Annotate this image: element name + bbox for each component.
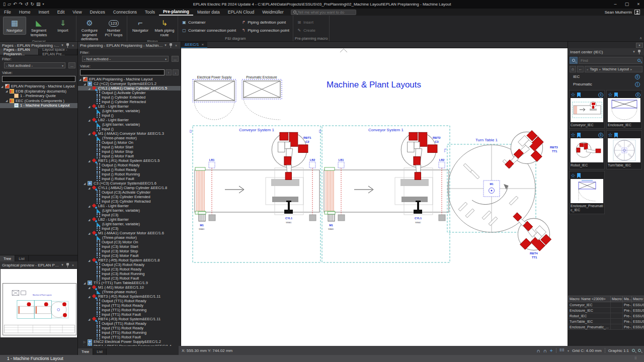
tree-item[interactable]: RBT1 (-R1) Robot System &EEC/1.5	[78, 158, 181, 163]
tree-item[interactable]: LB1 - Light Barrier	[78, 104, 181, 109]
tree-item[interactable]: Input () Robot Ready	[78, 167, 181, 172]
tree-item[interactable]: Output () Motor On	[78, 140, 181, 145]
close-panel-icon[interactable]: ×	[70, 44, 75, 47]
macro-col-header[interactable]: Macro:...	[611, 296, 623, 302]
tree-item[interactable]: (Light barrier, variable)	[78, 122, 181, 127]
pin-icon[interactable]	[66, 263, 69, 267]
tree-item[interactable]: Input () Motor Stop	[78, 149, 181, 154]
document-tab[interactable]: &EEC/1 ×	[181, 42, 207, 48]
object-snap-icon[interactable]: ∩	[536, 348, 540, 353]
tree-item[interactable]: M1 (-MAA1) Conveyor Motor &EEC/1.3	[78, 131, 181, 136]
bookmark-tag-icon[interactable]	[577, 93, 581, 98]
filter-combo[interactable]: - Not activated - ▾	[82, 56, 169, 62]
collapse-icon[interactable]	[88, 119, 92, 122]
favorite-star-icon[interactable]: ☆	[608, 92, 613, 98]
tree-item[interactable]: Input (TT1) Robot Running	[78, 308, 181, 312]
macro-col-header[interactable]: Macro: ...	[632, 296, 644, 302]
tree-item[interactable]: Input () Cylinder Retracted	[78, 100, 181, 104]
number-pct-loops-button[interactable]: Number PCT loops	[102, 17, 125, 39]
tree-item[interactable]: Input (C3) Motor Start	[78, 244, 181, 249]
filter-more-button[interactable]: ...	[172, 56, 179, 62]
navigator-button[interactable]: Navigator	[129, 17, 152, 35]
bookmark-tag-icon[interactable]	[614, 93, 618, 98]
collapse-icon[interactable]	[88, 87, 92, 90]
preview-page-thumbnail[interactable]: Machine & Plant Layouts	[3, 283, 76, 335]
tree-item[interactable]: Input () Motor Start	[78, 145, 181, 149]
insert-item-enclosure-pneumatic-iec[interactable]: ☆Enclosure_Pneumatic_IEC	[569, 171, 605, 214]
design-mode-icon[interactable]: ∩	[543, 348, 547, 353]
ribbon-tab-weidm-ller[interactable]: Weidmüller	[258, 9, 287, 16]
import-button[interactable]: Import	[51, 17, 74, 35]
macro-col-header[interactable]: Ma...	[623, 296, 632, 302]
tree-item[interactable]: Input (C3) Robot Ready	[78, 267, 181, 272]
collapse-icon[interactable]	[1, 85, 5, 88]
collapse-icon[interactable]	[88, 132, 92, 135]
undo-icon[interactable]: ↶	[13, 1, 17, 8]
footer-tab-tree[interactable]: Tree	[78, 348, 93, 355]
collapse-icon[interactable]	[88, 295, 92, 298]
macro-table-row[interactable]: Enclosure_Pneumatic_...Pre-...ESSUS\P...	[569, 324, 644, 330]
panel-menu-icon[interactable]: ▾	[631, 50, 636, 54]
ribbon-tab-home[interactable]: Home	[15, 9, 35, 16]
navigator-button[interactable]: Navigator	[3, 17, 26, 35]
tree-item[interactable]: M1 (-MAA1) Conveyor Motor &EEC/1.6	[78, 231, 181, 235]
next-match-button[interactable]: ↓	[173, 69, 179, 75]
close-panel-icon[interactable]: ×	[174, 44, 179, 47]
minimize-button[interactable]: –	[610, 1, 621, 9]
view-icon[interactable]: ▤	[36, 1, 41, 8]
tree-item[interactable]: Input (C3) Motor Stop	[78, 249, 181, 253]
insert-item-robot-iec[interactable]: ☆8Robot_IEC	[569, 130, 605, 169]
tree-item[interactable]: (Three-phase motor)	[78, 290, 181, 294]
robot-rbt4-symbol[interactable]	[503, 204, 556, 257]
back-icon[interactable]: ←	[577, 66, 584, 72]
collapse-icon[interactable]	[84, 282, 88, 285]
ribbon-tab-master-data[interactable]: Master data	[193, 9, 224, 16]
tree-item[interactable]: CYL1 (-MBA2) Clamp Cylinder &EEC/1.8	[78, 186, 181, 190]
tree-item[interactable]: Output (C3) Motor On	[78, 240, 181, 244]
ribbon-tab-devices[interactable]: Devices	[86, 9, 109, 16]
tree-item[interactable]: Input (TT1) Robot Running	[78, 330, 181, 335]
ribbon-tab-edit[interactable]: Edit	[53, 9, 69, 16]
value-input[interactable]	[2, 76, 75, 82]
collapse-icon[interactable]	[6, 99, 10, 102]
macro-table-row[interactable]: Conveyor_IECPre-...ESSUS\P...	[569, 302, 644, 308]
tree-item[interactable]: Input () Motor Fault	[78, 154, 181, 158]
pin-icon[interactable]	[66, 43, 69, 48]
configure-segment-definitions-button[interactable]: Configure segment definitions	[78, 17, 101, 43]
breadcrumb-tags[interactable]: Tags	[590, 67, 598, 71]
tree-item[interactable]: Output (C3) Activate Cylinder	[78, 190, 181, 195]
collapse-icon[interactable]	[88, 218, 92, 221]
tree-item[interactable]: Input (C3) Robot Fault	[78, 276, 181, 281]
favorite-star-icon[interactable]: ☆	[608, 132, 613, 138]
collapse-icon[interactable]	[88, 286, 92, 289]
collapse-icon[interactable]	[88, 159, 92, 162]
tree-item[interactable]: LB1 - Light Barrier	[78, 204, 181, 208]
tree-item[interactable]: Input () Cylinder Extended	[78, 95, 181, 100]
pin-icon[interactable]	[169, 43, 173, 48]
insert-item-turntable-iec[interactable]: ☆TurnTable_IEC	[606, 130, 642, 169]
tell-me-input[interactable]	[298, 10, 354, 15]
container-connection-point-button[interactable]: Container connection point	[182, 27, 236, 34]
tree-item[interactable]: Input (TT1) Robot Fault	[78, 335, 181, 339]
macro-col-header[interactable]: Macro: Name <23009>	[569, 296, 611, 302]
bookmark-tag-icon[interactable]	[577, 173, 581, 178]
ribbon-tab-view[interactable]: View	[68, 9, 86, 16]
tree-item[interactable]: ENC2 Electrical Power Supply&EEC/1.2	[78, 339, 181, 344]
macro-table-row[interactable]: Robot_IECPre-...ESSUS\P...	[569, 313, 644, 319]
collapse-icon[interactable]	[84, 82, 88, 85]
favorite-star-icon[interactable]: ☆	[571, 132, 576, 138]
tree-item[interactable]: Input (C3)	[78, 213, 181, 217]
ribbon-tab-pre-planning[interactable]: Pre-planning	[159, 9, 193, 16]
find-input[interactable]	[581, 58, 636, 63]
mark-piping-route-button[interactable]: Mark piping route	[153, 17, 176, 39]
footer-tab-list[interactable]: List	[15, 255, 29, 261]
prev-match-button[interactable]: ↑	[166, 69, 172, 75]
piping-definition-point-button[interactable]: Piping definition point	[241, 19, 289, 26]
new-icon[interactable]: ▯	[3, 1, 6, 8]
panel-menu-icon[interactable]: ▾	[60, 43, 65, 47]
tree-item[interactable]: Output () Activate Cylinder	[78, 90, 181, 95]
tree-item[interactable]: (Light barrier, variable)	[78, 222, 181, 226]
collapse-icon[interactable]	[88, 232, 92, 235]
tree-item[interactable]: Input (TT1) Robot Ready	[78, 326, 181, 330]
panel-options-icon[interactable]: ▾	[636, 43, 643, 48]
